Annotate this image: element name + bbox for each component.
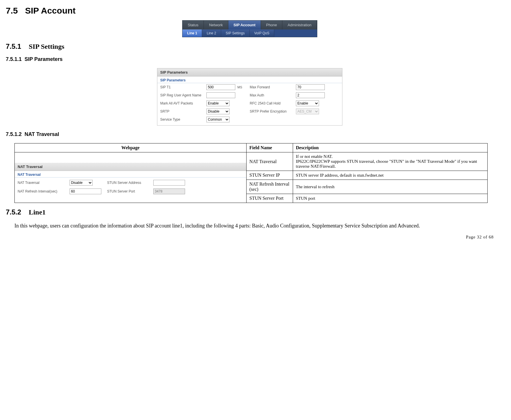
table-row-desc: If or not enable NAT. IP622C/IP622CWP su… xyxy=(293,152,488,171)
subtab-line2[interactable]: Line 2 xyxy=(202,29,221,37)
srtp-select[interactable]: Disable xyxy=(206,109,230,114)
table-row: STUN Server IP xyxy=(246,171,293,180)
nat-refresh-input[interactable] xyxy=(70,188,101,194)
rfc-hold-label: RFC 2543 Call Hold xyxy=(250,101,293,105)
stun-addr-label: STUN Server Address xyxy=(107,181,150,185)
srtp-label: SRTP xyxy=(160,109,204,113)
sip-t1-unit: MS xyxy=(237,85,242,89)
table-row: STUN Server Port xyxy=(246,194,293,203)
stun-addr-input[interactable] xyxy=(153,180,185,186)
rfc-hold-select[interactable]: Enable xyxy=(296,100,319,106)
mark-avt-label: Mark All AVT Packets xyxy=(160,101,204,105)
subsection-title-text: SIP Settings xyxy=(29,43,64,50)
subsub-title-text2: NAT Traversal xyxy=(25,131,59,137)
tab-phone[interactable]: Phone xyxy=(261,20,283,29)
subsub-num2: 7.5.1.2 xyxy=(6,131,22,137)
subsub-title-text: SIP Parameters xyxy=(25,56,63,62)
table-row-desc: STUN port xyxy=(293,194,488,203)
service-type-select[interactable]: Common xyxy=(206,117,230,122)
nat-traversal-select[interactable]: Disable xyxy=(70,180,93,186)
section-num: 7.5 xyxy=(6,6,18,15)
subtab-voip-qos[interactable]: VoIP QoS xyxy=(250,29,274,37)
nat-panel-subtitle: NAT Traversal xyxy=(15,171,246,178)
subsection-title-text2: Line1 xyxy=(29,208,46,216)
table-row-desc: The interval to refresh xyxy=(293,180,488,194)
nat-panel-title: NAT Traversal xyxy=(15,163,246,171)
table-header-webpage: Webpage xyxy=(15,143,247,152)
subsection-num2: 7.5.2 xyxy=(6,208,21,216)
service-type-label: Service Type xyxy=(160,117,204,122)
subsection-num: 7.5.1 xyxy=(6,42,21,50)
section-heading: 7.5 SIP Account xyxy=(6,6,494,16)
max-auth-input[interactable] xyxy=(296,92,325,98)
nav-tabs-figure: Status Network SIP Account Phone Adminis… xyxy=(182,20,317,37)
max-forward-input[interactable] xyxy=(296,84,325,90)
sip-t1-input[interactable] xyxy=(206,84,235,90)
srtp-enc-select: AES_CM xyxy=(296,109,319,114)
tab-network[interactable]: Network xyxy=(204,20,228,29)
page-footer: Page 32 of 68 xyxy=(6,235,494,240)
stun-port-input xyxy=(153,188,185,194)
nat-refresh-label: NAT Refresh Interval(sec) xyxy=(18,189,67,193)
mark-avt-select[interactable]: Enable xyxy=(206,100,230,106)
table-row: NAT Traversal xyxy=(246,152,293,171)
srtp-enc-label: SRTP Prefer Encryption xyxy=(250,109,293,113)
table-header-field: Field Name xyxy=(246,143,293,152)
subsection-heading-line1: 7.5.2 Line1 xyxy=(6,208,494,216)
sip-t1-label: SIP T1 xyxy=(160,85,204,89)
tab-administration[interactable]: Administration xyxy=(282,20,317,29)
table-header-description: Description xyxy=(293,143,488,152)
nat-traversal-label: NAT Traversal xyxy=(18,181,67,185)
nat-traversal-panel: NAT Traversal NAT Traversal NAT Traversa… xyxy=(15,158,246,198)
nat-traversal-table: Webpage Field Name Description NAT Trave… xyxy=(14,143,488,203)
subtab-line1[interactable]: Line 1 xyxy=(182,29,202,37)
panel-subtitle: SIP Parameters xyxy=(157,76,342,83)
section-title-text: SIP Account xyxy=(25,6,76,15)
subsubsection-heading-sip-parameters: 7.5.1.1 SIP Parameters xyxy=(6,56,494,62)
stun-port-label: STUN Server Port xyxy=(107,189,150,193)
body-paragraph: In this webpage, users can configuration… xyxy=(14,220,494,232)
tab-sip-account[interactable]: SIP Account xyxy=(228,20,261,29)
reg-ua-input[interactable] xyxy=(206,92,235,98)
tab-status[interactable]: Status xyxy=(182,20,204,29)
max-auth-label: Max Auth xyxy=(250,93,293,97)
main-tabs-row: Status Network SIP Account Phone Adminis… xyxy=(182,20,317,29)
subsub-num: 7.5.1.1 xyxy=(6,56,22,62)
reg-ua-label: SIP Reg User Agent Name xyxy=(160,93,204,97)
subsection-heading-sip-settings: 7.5.1 SIP Settings xyxy=(6,42,494,51)
panel-title: SIP Parameters xyxy=(157,68,342,76)
subtab-sip-settings[interactable]: SIP Settings xyxy=(221,29,250,37)
table-row-desc: STUN server IP address, default is stun.… xyxy=(293,171,488,180)
subsubsection-heading-nat-traversal: 7.5.1.2 NAT Traversal xyxy=(6,131,494,137)
table-row: NAT Refresh Interval (sec) xyxy=(246,180,293,194)
max-forward-label: Max Forward xyxy=(250,85,293,89)
sip-parameters-panel: SIP Parameters SIP Parameters SIP T1 MS … xyxy=(157,68,342,126)
sub-tabs-row: Line 1 Line 2 SIP Settings VoIP QoS xyxy=(182,29,317,37)
